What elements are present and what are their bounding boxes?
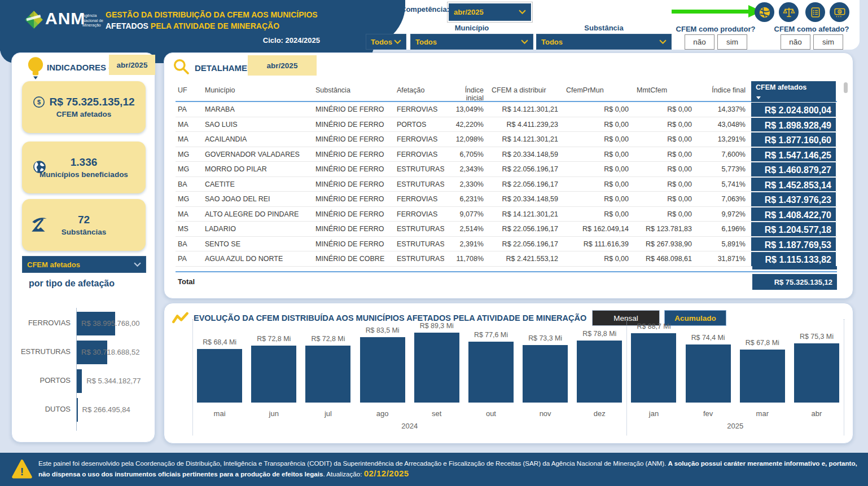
bar[interactable]	[468, 342, 514, 403]
municipio-dropdown[interactable]: Todos	[410, 34, 533, 50]
substancia-dropdown[interactable]: Todos	[536, 34, 672, 50]
measure-dropdown[interactable]: CFEM afetados	[22, 256, 146, 273]
detail-panel: DETALHAMENTO - abr/2025 UFMunicípioSubst…	[164, 52, 853, 299]
column-header-10[interactable]: CFEM afetados	[751, 81, 836, 102]
table-cell: MINÉRIO DE FERRO	[313, 162, 394, 176]
table-cell: MINÉRIO DE FERRO	[313, 207, 394, 222]
table-row[interactable]: MASAO LUISMINÉRIO DE FERROPORTOS42,220%R…	[176, 117, 837, 132]
table-cell: R$ 1.408.422,70	[751, 207, 836, 222]
table-row[interactable]: BASENTO SEMINÉRIO DE FERROESTRUTURAS2,39…	[176, 237, 837, 252]
afetacao-bar-row: ESTRUTURASR$ 30.718.688,52	[12, 340, 153, 365]
table-cell: R$ 22.056.196,17	[489, 222, 564, 236]
bar[interactable]	[631, 333, 676, 403]
bar-value-label: R$ 78,8 Mi	[567, 330, 632, 338]
list-icon-button[interactable]	[805, 2, 825, 22]
table-scrollbar[interactable]	[844, 82, 848, 93]
column-header-1[interactable]: UF	[176, 81, 203, 102]
table-cell: MA	[176, 132, 203, 147]
trend-line-icon	[172, 311, 189, 325]
competencia-label: Competência:	[401, 5, 449, 14]
bar[interactable]	[414, 333, 459, 403]
table-cell: ESTRUTURAS	[394, 222, 444, 236]
uf-dropdown[interactable]: Todos	[366, 34, 406, 50]
table-row[interactable]: MSLADARIOMINÉRIO DE FERROESTRUTURAS2,514…	[176, 222, 837, 237]
table-row[interactable]: MAALTO ALEGRE DO PINDAREMINÉRIO DE FERRO…	[176, 207, 837, 222]
column-header-4[interactable]: Afetação	[394, 81, 444, 102]
globe-ball-icon-button[interactable]	[755, 2, 774, 22]
table-cell: R$ 1.452.853,14	[751, 178, 836, 192]
warning-icon: !	[11, 459, 33, 480]
table-cell: 2,343%	[444, 162, 489, 176]
month-axis-label: dez	[572, 409, 626, 418]
update-date: 02/12/2025	[364, 469, 409, 478]
total-value: R$ 75.325.135,12	[752, 274, 837, 290]
table-cell: R$ 1.460.879,27	[751, 162, 836, 176]
produtor-sim-button[interactable]: sim	[717, 34, 747, 50]
bar[interactable]	[77, 369, 82, 393]
table-row[interactable]: BACAETITEMINÉRIO DE FERROESTRUTURAS2,330…	[176, 177, 837, 192]
afetado-nao-button[interactable]: não	[781, 34, 810, 50]
table-cell: R$ 1.204.577,18	[751, 222, 836, 236]
column-header-6[interactable]: CFEM a distribuir	[489, 81, 564, 102]
scales-icon-button[interactable]	[779, 2, 799, 22]
bar[interactable]	[686, 344, 731, 403]
chevron-down-icon	[134, 262, 141, 267]
table-cell: R$ 0,00	[564, 207, 634, 222]
table-cell: R$ 20.334.148,59	[489, 192, 564, 206]
table-cell: SAO JOAO DEL REI	[203, 192, 313, 206]
table-cell: 43,048%	[698, 117, 751, 132]
year-axis-label: 2024	[401, 422, 418, 430]
chevron-down-icon	[394, 39, 401, 45]
table-row[interactable]: PAAGUA AZUL DO NORTEMINÉRIO DE COBREESTR…	[176, 251, 837, 267]
kpi-card-municipios: 1.336 Municípios beneficiados	[22, 142, 146, 193]
table-cell: GOVERNADOR VALADARES	[203, 147, 313, 162]
evolution-column: R$ 67,8 Mimar	[735, 324, 790, 403]
competencia-dropdown[interactable]: abr/2025	[449, 3, 531, 21]
bar[interactable]	[305, 346, 350, 403]
table-row[interactable]: MGSAO JOAO DEL REIMINÉRIO DE FERROFERROV…	[176, 192, 837, 207]
table-cell: 42,220%	[444, 117, 489, 132]
brand-text: ANM	[45, 9, 85, 28]
table-cell: R$ 1.115.133,82	[751, 252, 836, 266]
bar-category-label: DUTOS	[45, 405, 71, 413]
bar[interactable]	[577, 341, 622, 403]
evolution-column: R$ 83,5 Miago	[356, 324, 410, 403]
bar[interactable]	[523, 345, 568, 403]
bar[interactable]	[251, 346, 296, 403]
table-cell: MINÉRIO DE FERRO	[313, 192, 394, 206]
table-row[interactable]: MAACAILANDIAMINÉRIO DE FERROFERROVIAS12,…	[176, 132, 837, 147]
indicators-panel: INDICADORES - abr/2025 $ R$ 75.325.135,1…	[11, 52, 155, 443]
column-header-9[interactable]: Índice final	[698, 81, 751, 102]
table-cell: 6,705%	[444, 147, 489, 162]
table-cell: R$ 0,00	[634, 162, 698, 176]
mining-pickaxe-icon	[30, 215, 49, 234]
table-cell: ALTO ALEGRE DO PINDARE	[203, 207, 313, 222]
kpi-label: Substâncias	[62, 228, 107, 236]
bar[interactable]	[77, 398, 78, 422]
table-row[interactable]: MGGOVERNADOR VALADARESMINÉRIO DE FERROFE…	[176, 147, 837, 162]
sort-descending-icon	[756, 96, 761, 99]
bar[interactable]	[197, 349, 242, 403]
year-axis-label: 2025	[727, 422, 743, 430]
bar[interactable]	[360, 337, 405, 403]
table-cell: 5,741%	[698, 177, 751, 192]
bar[interactable]	[794, 343, 839, 403]
table-cell: R$ 0,00	[634, 207, 698, 222]
column-header-8[interactable]: MmtCfem	[634, 81, 698, 102]
detail-table-head: UFMunicípioSubstânciaAfetaçãoÍndice inic…	[176, 81, 837, 102]
afetado-sim-button[interactable]: sim	[813, 34, 843, 50]
produtor-nao-button[interactable]: não	[685, 34, 714, 50]
column-header-2[interactable]: Município	[203, 81, 313, 102]
bar-value-label: R$ 89,3 Mi	[404, 322, 469, 330]
table-row[interactable]: PAMARABAMINÉRIO DE FERROFERROVIAS13,049%…	[176, 102, 837, 117]
bar[interactable]	[740, 350, 785, 403]
column-header-3[interactable]: Substância	[313, 81, 394, 102]
table-cell: R$ 0,00	[564, 102, 634, 117]
evolution-column: R$ 78,8 Midez	[572, 324, 626, 403]
money-icon-button[interactable]: $	[830, 2, 849, 22]
column-header-7[interactable]: CfemPrMun	[564, 81, 634, 102]
table-row[interactable]: MGMORRO DO PILARMINÉRIO DE FERROESTRUTUR…	[176, 162, 837, 177]
column-header-5[interactable]: Índice inicial	[444, 81, 489, 102]
year-separator-line	[844, 319, 844, 435]
table-cell: R$ 0,00	[634, 132, 698, 147]
